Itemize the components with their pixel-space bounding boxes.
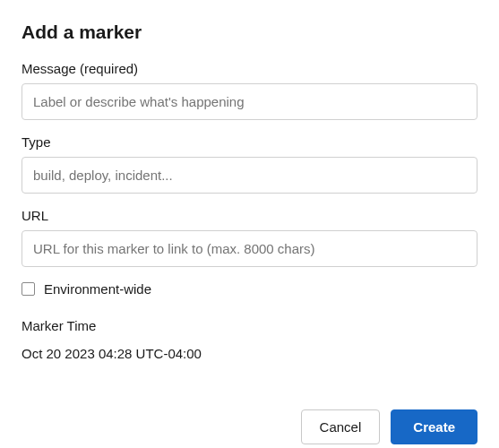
message-input[interactable] — [22, 83, 477, 120]
message-field-group: Message (required) — [22, 61, 477, 120]
button-row: Cancel Create — [22, 409, 477, 444]
marker-time-value: Oct 20 2023 04:28 UTC-04:00 — [22, 346, 477, 361]
create-button[interactable]: Create — [391, 409, 477, 444]
cancel-button[interactable]: Cancel — [301, 409, 381, 444]
message-label: Message (required) — [22, 61, 477, 76]
marker-time-section: Marker Time Oct 20 2023 04:28 UTC-04:00 — [22, 318, 477, 361]
type-input[interactable] — [22, 157, 477, 194]
type-field-group: Type — [22, 134, 477, 194]
url-field-group: URL — [22, 208, 477, 267]
environment-wide-checkbox[interactable] — [22, 282, 35, 296]
url-label: URL — [22, 208, 477, 223]
environment-wide-label[interactable]: Environment-wide — [44, 281, 151, 297]
url-input[interactable] — [22, 230, 477, 267]
type-label: Type — [22, 134, 477, 150]
dialog-title: Add a marker — [22, 22, 477, 43]
environment-wide-row: Environment-wide — [22, 281, 477, 297]
marker-time-label: Marker Time — [22, 318, 477, 333]
